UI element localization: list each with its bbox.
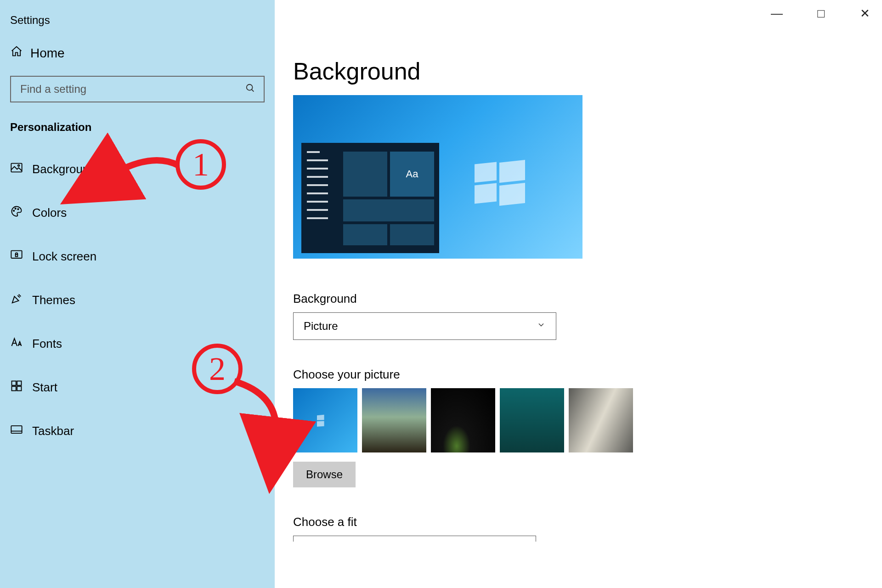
picture-thumbnail[interactable] [569, 388, 633, 452]
sidebar-item-colors[interactable]: Colors [10, 205, 265, 221]
content-area: Background Aa [275, 0, 882, 588]
browse-button[interactable]: Browse [293, 462, 356, 487]
sidebar-item-background[interactable]: Background [10, 161, 265, 177]
page-title: Background [293, 57, 854, 85]
search-input[interactable] [19, 82, 245, 96]
app-title: Settings [10, 14, 265, 27]
preview-start-menu: Aa [301, 143, 439, 253]
search-icon [245, 83, 255, 95]
svg-point-0 [247, 85, 253, 90]
fonts-icon [10, 336, 23, 352]
sidebar: Settings Home Personalization [0, 0, 275, 588]
picture-icon [10, 161, 23, 177]
themes-icon [10, 292, 23, 308]
background-type-label: Background [293, 292, 854, 306]
maximize-button[interactable]: □ [812, 5, 830, 22]
section-label: Personalization [10, 121, 265, 134]
sidebar-item-label: Themes [32, 293, 75, 307]
start-icon [10, 379, 23, 396]
sidebar-item-label: Taskbar [32, 424, 74, 438]
svg-point-3 [18, 165, 20, 167]
search-box[interactable] [10, 76, 265, 102]
home-label: Home [30, 46, 65, 61]
svg-rect-9 [12, 381, 16, 385]
choose-picture-label: Choose your picture [293, 368, 854, 382]
windows-logo-icon [475, 159, 525, 205]
svg-point-5 [15, 208, 16, 209]
home-icon [10, 45, 23, 61]
close-button[interactable]: ✕ [856, 5, 874, 22]
sidebar-item-lockscreen[interactable]: Lock screen [10, 249, 265, 265]
minimize-button[interactable]: — [768, 5, 786, 22]
picture-thumbnail[interactable] [293, 388, 357, 452]
sidebar-item-themes[interactable]: Themes [10, 292, 265, 308]
background-preview: Aa [293, 95, 582, 259]
picture-thumbnail[interactable] [500, 388, 564, 452]
svg-rect-11 [12, 386, 16, 390]
taskbar-icon [10, 423, 23, 439]
picture-thumbnails [293, 388, 854, 452]
preview-sample-text: Aa [390, 151, 435, 197]
svg-point-6 [17, 209, 18, 209]
dropdown-value: Picture [304, 320, 338, 333]
picture-thumbnail[interactable] [362, 388, 426, 452]
palette-icon [10, 205, 23, 221]
sidebar-item-label: Background [32, 162, 96, 176]
background-type-dropdown[interactable]: Picture [293, 312, 556, 340]
sidebar-item-label: Start [32, 380, 57, 395]
home-button[interactable]: Home [10, 45, 265, 61]
fit-dropdown[interactable] [293, 536, 536, 542]
svg-rect-13 [11, 426, 22, 433]
svg-rect-10 [17, 381, 21, 385]
choose-fit-label: Choose a fit [293, 515, 854, 529]
svg-rect-8 [16, 254, 18, 257]
annotation-step-1: 1 [175, 139, 226, 190]
svg-line-1 [252, 90, 254, 92]
svg-rect-12 [17, 386, 21, 390]
sidebar-item-label: Lock screen [32, 249, 96, 264]
chevron-down-icon [537, 320, 546, 332]
sidebar-item-label: Colors [32, 206, 67, 220]
annotation-step-2: 2 [192, 344, 243, 394]
sidebar-item-taskbar[interactable]: Taskbar [10, 423, 265, 439]
picture-thumbnail[interactable] [431, 388, 495, 452]
svg-point-4 [13, 210, 14, 211]
sidebar-item-label: Fonts [32, 337, 62, 351]
lock-screen-icon [10, 249, 23, 265]
